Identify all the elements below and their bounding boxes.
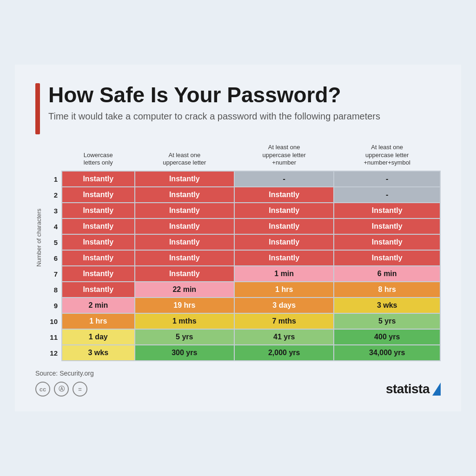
- row-number: 5: [45, 234, 62, 250]
- main-title: How Safe Is Your Password?: [48, 83, 380, 107]
- col-header-1: Lowercaseletters only: [62, 142, 135, 172]
- table-row: 92 min19 hrs3 days3 wks: [45, 298, 440, 313]
- cell-r10-c2: 1 mths: [135, 313, 234, 329]
- cell-r6-c4: Instantly: [334, 250, 440, 266]
- cell-r6-c3: Instantly: [234, 250, 334, 266]
- cell-r10-c4: 5 yrs: [334, 313, 440, 329]
- cell-r12-c2: 300 yrs: [135, 345, 234, 361]
- col-header-4: At least oneuppercase letter+number+symb…: [334, 142, 440, 172]
- cell-r11-c1: 1 day: [62, 329, 135, 345]
- cell-r5-c4: Instantly: [334, 234, 440, 250]
- cell-r2-c1: Instantly: [62, 187, 135, 203]
- cell-r5-c2: Instantly: [135, 234, 234, 250]
- col-header-3: At least oneuppercase letter+number: [234, 142, 334, 172]
- footer: Source: Security.org cc Ⓐ = statista: [35, 370, 441, 397]
- cell-r6-c2: Instantly: [135, 250, 234, 266]
- cell-r4-c2: Instantly: [135, 218, 234, 234]
- row-number: 3: [45, 203, 62, 218]
- col-header-num: [45, 142, 62, 172]
- cell-r4-c3: Instantly: [234, 218, 334, 234]
- cell-r9-c3: 3 days: [234, 298, 334, 313]
- row-number: 10: [45, 313, 62, 329]
- cell-r3-c1: Instantly: [62, 203, 135, 218]
- cell-r2-c2: Instantly: [135, 187, 234, 203]
- cell-r11-c2: 5 yrs: [135, 329, 234, 345]
- table-row: 4InstantlyInstantlyInstantlyInstantly: [45, 218, 440, 234]
- subtitle: Time it would take a computer to crack a…: [48, 110, 380, 122]
- statista-triangle-icon: [432, 383, 441, 396]
- footer-left: Source: Security.org cc Ⓐ =: [35, 370, 94, 397]
- cell-r9-c2: 19 hrs: [135, 298, 234, 313]
- cell-r12-c1: 3 wks: [62, 345, 135, 361]
- cell-r7-c4: 6 min: [334, 266, 440, 282]
- table-row: 2InstantlyInstantlyInstantly-: [45, 187, 440, 203]
- cell-r4-c1: Instantly: [62, 218, 135, 234]
- cell-r2-c3: Instantly: [234, 187, 334, 203]
- cell-r11-c3: 41 yrs: [234, 329, 334, 345]
- infographic-card: How Safe Is Your Password? Time it would…: [15, 65, 461, 412]
- table-row: 5InstantlyInstantlyInstantlyInstantly: [45, 234, 440, 250]
- cell-r4-c4: Instantly: [334, 218, 440, 234]
- cell-r3-c4: Instantly: [334, 203, 440, 218]
- table-row: 1InstantlyInstantly--: [45, 171, 440, 187]
- source-text: Source: Security.org: [35, 370, 94, 377]
- cell-r1-c1: Instantly: [62, 171, 135, 187]
- cell-r1-c4: -: [334, 171, 440, 187]
- row-number: 2: [45, 187, 62, 203]
- cell-r11-c4: 400 yrs: [334, 329, 440, 345]
- header-section: How Safe Is Your Password? Time it would…: [35, 83, 441, 134]
- row-number: 7: [45, 266, 62, 282]
- cell-r9-c1: 2 min: [62, 298, 135, 313]
- cc-icon: cc: [35, 382, 50, 397]
- cell-r10-c3: 7 mths: [234, 313, 334, 329]
- statista-logo: statista: [386, 382, 441, 397]
- table-row: 111 day5 yrs41 yrs400 yrs: [45, 329, 440, 345]
- table-row: 7InstantlyInstantly1 min6 min: [45, 266, 440, 282]
- cell-r3-c2: Instantly: [135, 203, 234, 218]
- cell-r8-c4: 8 hrs: [334, 282, 440, 298]
- license-icons: cc Ⓐ =: [35, 382, 94, 397]
- cell-r8-c2: 22 min: [135, 282, 234, 298]
- cell-r9-c4: 3 wks: [334, 298, 440, 313]
- cell-r5-c1: Instantly: [62, 234, 135, 250]
- row-number: 4: [45, 218, 62, 234]
- y-axis-label: Number of characters: [35, 142, 42, 362]
- row-number: 11: [45, 329, 62, 345]
- statista-text: statista: [386, 382, 430, 397]
- red-accent-bar: [35, 83, 40, 134]
- table-row: 8Instantly22 min1 hrs8 hrs: [45, 282, 440, 298]
- cell-r7-c1: Instantly: [62, 266, 135, 282]
- cell-r7-c2: Instantly: [135, 266, 234, 282]
- equal-icon: =: [73, 382, 87, 397]
- cell-r6-c1: Instantly: [62, 250, 135, 266]
- row-number: 12: [45, 345, 62, 361]
- cell-r3-c3: Instantly: [234, 203, 334, 218]
- cell-r8-c3: 1 hrs: [234, 282, 334, 298]
- row-number: 6: [45, 250, 62, 266]
- row-number: 8: [45, 282, 62, 298]
- password-table: Lowercaseletters only At least oneupperc…: [45, 142, 441, 362]
- col-header-2: At least oneuppercase letter: [135, 142, 234, 172]
- cell-r8-c1: Instantly: [62, 282, 135, 298]
- cell-r12-c3: 2,000 yrs: [234, 345, 334, 361]
- table-row: 6InstantlyInstantlyInstantlyInstantly: [45, 250, 440, 266]
- cell-r10-c1: 1 hrs: [62, 313, 135, 329]
- table-row: 101 hrs1 mths7 mths5 yrs: [45, 313, 440, 329]
- table-row: 3InstantlyInstantlyInstantlyInstantly: [45, 203, 440, 218]
- table-wrapper: Number of characters Lowercaseletters on…: [35, 142, 441, 362]
- table-row: 123 wks300 yrs2,000 yrs34,000 yrs: [45, 345, 440, 361]
- cell-r2-c4: -: [334, 187, 440, 203]
- header-text: How Safe Is Your Password? Time it would…: [48, 83, 380, 123]
- row-number: 9: [45, 298, 62, 313]
- person-icon: Ⓐ: [54, 382, 69, 397]
- cell-r1-c3: -: [234, 171, 334, 187]
- cell-r12-c4: 34,000 yrs: [334, 345, 440, 361]
- row-number: 1: [45, 171, 62, 187]
- cell-r7-c3: 1 min: [234, 266, 334, 282]
- table-header-row: Lowercaseletters only At least oneupperc…: [45, 142, 440, 172]
- cell-r1-c2: Instantly: [135, 171, 234, 187]
- cell-r5-c3: Instantly: [234, 234, 334, 250]
